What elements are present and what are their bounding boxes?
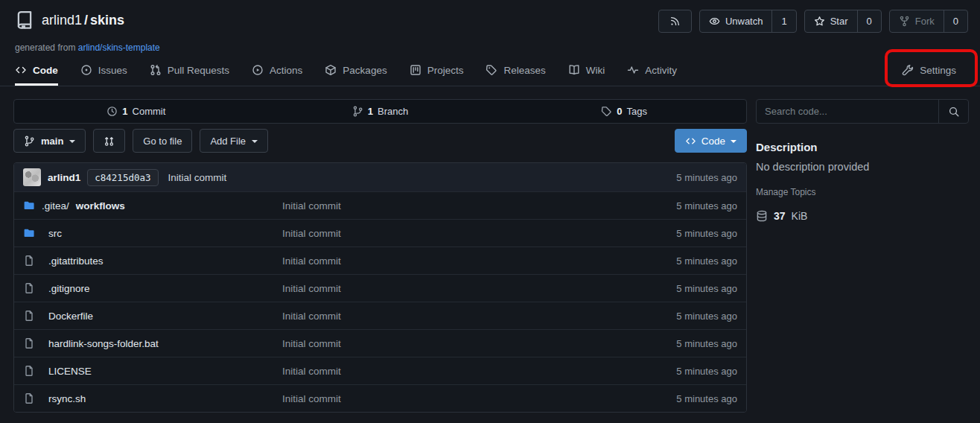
entry-icon	[23, 255, 35, 267]
entry-link[interactable]: LICENSE	[23, 365, 282, 377]
repo-owner-link[interactable]: arlind1	[42, 13, 82, 28]
file-icon	[23, 337, 35, 349]
file-icon	[23, 255, 35, 267]
entry-link[interactable]: hardlink-songs-folder.bat	[23, 337, 282, 349]
search-input[interactable]	[757, 100, 938, 123]
fork-button[interactable]: Fork 0	[889, 10, 968, 33]
entry-link[interactable]: .gitattributes	[23, 255, 282, 267]
table-row: rsync.sh Initial commit 5 minutes ago	[14, 384, 746, 412]
tab-wiki[interactable]: Wiki	[568, 56, 605, 86]
entry-link[interactable]: src	[23, 227, 282, 239]
entry-commit-message[interactable]: Initial commit	[282, 255, 676, 267]
tab-actions[interactable]: Actions	[252, 56, 302, 86]
entry-name-label: .gitattributes	[48, 255, 104, 267]
tab-activity[interactable]: Activity	[627, 56, 677, 86]
issue-icon	[80, 64, 92, 76]
table-row: .gitignore Initial commit 5 minutes ago	[14, 274, 746, 302]
generated-from-line: generated from arlind/skins-template	[15, 42, 160, 53]
code-download-button[interactable]: Code	[675, 129, 747, 153]
branches-stat[interactable]: 1 Branch	[258, 106, 503, 117]
tab-releases[interactable]: Releases	[486, 56, 545, 86]
tab-packages[interactable]: Packages	[325, 56, 386, 86]
star-icon	[814, 16, 825, 27]
tags-count: 0	[617, 106, 622, 117]
table-row: .gitattributes Initial commit 5 minutes …	[14, 247, 746, 274]
tab-settings-label: Settings	[920, 65, 956, 76]
commit-sha-link[interactable]: c84215d0a3	[87, 169, 158, 186]
template-repo-link[interactable]: arlind/skins-template	[78, 42, 160, 53]
tab-pull-requests[interactable]: Pull Requests	[150, 56, 229, 86]
entry-time: 5 minutes ago	[676, 255, 737, 267]
entry-time: 5 minutes ago	[676, 228, 737, 239]
manage-topics-link[interactable]: Manage Topics	[756, 187, 969, 197]
entry-commit-message[interactable]: Initial commit	[282, 366, 676, 377]
file-icon	[23, 282, 35, 294]
commit-author-link[interactable]: arlind1	[48, 172, 80, 183]
code-icon	[685, 136, 696, 147]
entry-name-label: LICENSE	[48, 366, 92, 377]
code-icon	[15, 64, 27, 76]
tab-pull-requests-label: Pull Requests	[168, 65, 229, 76]
entry-link[interactable]: Dockerfile	[23, 310, 282, 322]
table-row: hardlink-songs-folder.bat Initial commit…	[14, 329, 746, 357]
repo-size-unit: KiB	[792, 210, 808, 222]
entry-commit-message[interactable]: Initial commit	[282, 283, 676, 294]
entry-commit-message[interactable]: Initial commit	[282, 311, 676, 322]
entry-icon	[23, 310, 35, 322]
go-to-file-button[interactable]: Go to file	[133, 129, 192, 153]
tab-code[interactable]: Code	[15, 56, 58, 86]
branch-selector[interactable]: main	[13, 129, 86, 153]
star-count[interactable]: 0	[857, 10, 881, 32]
entry-name-label: .gitignore	[48, 283, 90, 294]
commits-label: Commit	[133, 106, 166, 117]
file-icon	[23, 365, 35, 377]
entry-commit-message[interactable]: Initial commit	[282, 393, 676, 404]
entry-time: 5 minutes ago	[676, 200, 737, 212]
entry-time: 5 minutes ago	[676, 311, 737, 322]
fork-count[interactable]: 0	[944, 10, 967, 32]
fork-button-label: Fork	[915, 16, 935, 27]
entry-name-label: hardlink-songs-folder.bat	[48, 338, 159, 349]
entry-link[interactable]: rsync.sh	[23, 392, 282, 404]
entry-path-prefix: .gitea/	[42, 200, 69, 212]
entry-commit-message[interactable]: Initial commit	[282, 228, 676, 239]
watch-button-label: Unwatch	[725, 16, 763, 27]
tab-issues[interactable]: Issues	[80, 56, 127, 86]
tab-projects[interactable]: Projects	[410, 56, 464, 86]
entry-name-label: src	[48, 228, 62, 239]
wrench-icon	[902, 64, 914, 76]
watch-count[interactable]: 1	[771, 10, 795, 32]
generated-from-label: generated from	[15, 42, 75, 53]
entry-link[interactable]: .gitea/workflows	[23, 200, 282, 212]
fork-icon	[899, 16, 910, 27]
watch-button[interactable]: Unwatch 1	[699, 10, 797, 33]
repo-sidebar: Description No description provided Mana…	[756, 99, 969, 222]
commits-count: 1	[122, 106, 127, 117]
tags-stat[interactable]: 0 Tags	[502, 106, 746, 117]
avatar[interactable]	[23, 168, 41, 186]
database-icon	[756, 210, 768, 222]
entry-commit-message[interactable]: Initial commit	[282, 338, 676, 349]
repo-name-link[interactable]: skins	[90, 13, 124, 28]
compare-button[interactable]	[93, 129, 125, 153]
commits-stat[interactable]: 1 Commit	[14, 106, 258, 117]
add-file-button[interactable]: Add File	[200, 129, 268, 153]
entry-commit-message[interactable]: Initial commit	[282, 200, 676, 212]
clock-icon	[106, 106, 118, 117]
pulse-icon	[627, 64, 639, 76]
search-button[interactable]	[938, 100, 968, 123]
repo-size-value: 37	[774, 210, 786, 222]
tab-settings[interactable]: Settings	[902, 56, 956, 86]
code-search-box	[756, 99, 969, 124]
repo-nav-tabs: Code Issues Pull Requests Actions Packag…	[0, 56, 980, 86]
commit-message-link[interactable]: Initial commit	[168, 172, 227, 183]
chevron-down-icon	[252, 140, 258, 143]
entry-link[interactable]: .gitignore	[23, 282, 282, 294]
entry-icon	[23, 227, 35, 239]
rss-button[interactable]	[658, 10, 692, 33]
star-button[interactable]: Star 0	[804, 10, 882, 33]
file-icon	[23, 310, 35, 322]
repo-size: 37 KiB	[756, 210, 969, 222]
table-row: src Initial commit 5 minutes ago	[14, 219, 746, 247]
book-icon	[568, 64, 580, 76]
